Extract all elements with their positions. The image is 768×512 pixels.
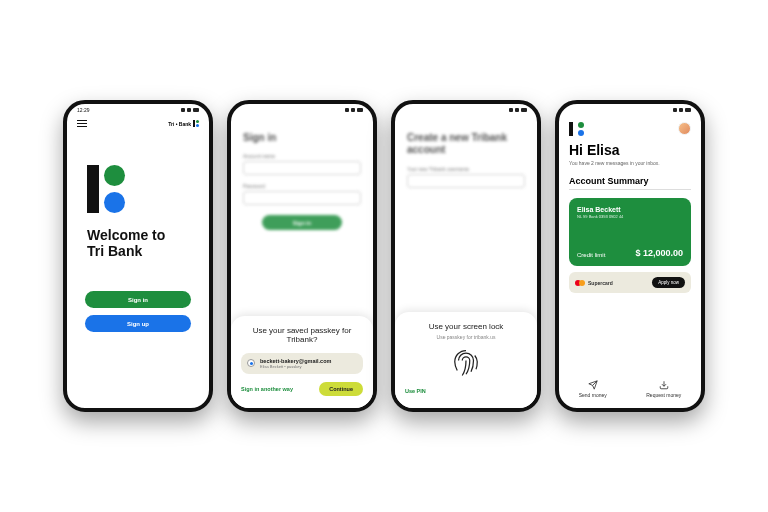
apply-now-button[interactable]: Apply now (652, 277, 685, 288)
mastercard-icon (575, 280, 585, 286)
promo-card: Supercard Apply now (569, 272, 691, 293)
radio-icon (247, 359, 255, 367)
signin-button[interactable]: Sign in (85, 291, 191, 308)
phone-dashboard: Hi Elisa You have 2 new messages in your… (555, 100, 705, 412)
section-title: Account Summary (569, 176, 691, 186)
brand-label: Tri • Bank (168, 120, 199, 127)
promo-brand: Supercard (588, 280, 613, 286)
passkey-sheet: Use your saved passkey for Tribank? beck… (231, 316, 373, 408)
logo-icon (87, 165, 209, 213)
fingerprint-icon[interactable] (451, 348, 481, 378)
signin-form-blurred: Sign in Account name Password Sign in (231, 116, 373, 230)
greeting-sub: You have 2 new messages in your inbox. (569, 160, 691, 166)
send-money-button[interactable]: Send money (579, 380, 607, 398)
status-bar (395, 104, 537, 116)
screenlock-sheet: Use your screen lock Use passkey for tri… (395, 312, 537, 408)
sheet-subtitle: Use passkey for tribank.us (405, 334, 527, 340)
use-pin-link[interactable]: Use PIN (405, 388, 426, 394)
avatar[interactable] (678, 122, 691, 135)
credit-limit-label: Credit limit (577, 252, 605, 258)
another-way-link[interactable]: Sign in another way (241, 386, 293, 392)
request-money-button[interactable]: Request money (646, 380, 681, 398)
account-card[interactable]: Elisa Beckett NL 99 Bank 0393 0902 44 Cr… (569, 198, 691, 266)
phone-passkey-prompt: Sign in Account name Password Sign in Us… (227, 100, 377, 412)
card-holder: Elisa Beckett (577, 206, 683, 213)
sheet-title: Use your saved passkey for Tribank? (241, 326, 363, 345)
status-time: 12:29 (77, 107, 90, 113)
phone-welcome: 12:29 Tri • Bank Welcome to Tri Bank Sig… (63, 100, 213, 412)
continue-button[interactable]: Continue (319, 382, 363, 396)
phone-screenlock: Create a new Tribank account Your new Tr… (391, 100, 541, 412)
credit-amount: $ 12,000.00 (635, 248, 683, 258)
create-account-blurred: Create a new Tribank account Your new Tr… (395, 116, 537, 188)
send-icon (588, 380, 598, 390)
request-icon (659, 380, 669, 390)
account-sub: Elisa Beckett • passkey (260, 364, 331, 369)
welcome-title: Welcome to Tri Bank (67, 227, 209, 259)
signup-button[interactable]: Sign up (85, 315, 191, 332)
logo-icon (193, 120, 199, 127)
passkey-account-chip[interactable]: beckett-bakery@gmail.com Elisa Beckett •… (241, 353, 363, 374)
status-bar: 12:29 (67, 104, 209, 116)
status-bar (231, 104, 373, 116)
logo-icon (569, 122, 584, 136)
menu-icon[interactable] (77, 120, 87, 127)
sheet-title: Use your screen lock (405, 322, 527, 332)
status-bar (559, 104, 701, 116)
greeting: Hi Elisa (569, 142, 691, 158)
card-number: NL 99 Bank 0393 0902 44 (577, 214, 683, 219)
